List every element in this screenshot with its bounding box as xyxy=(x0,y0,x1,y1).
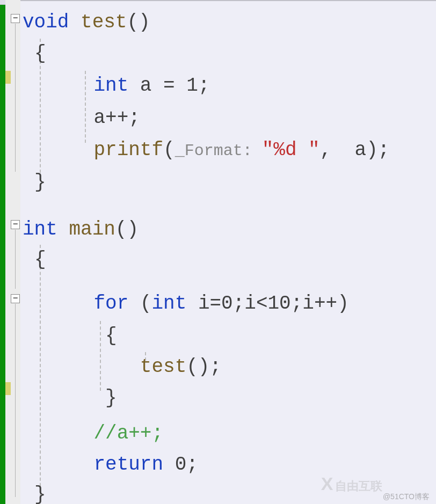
fold-guide xyxy=(15,230,16,289)
code-line: test(); xyxy=(47,352,436,382)
code-line: printf(_Format: "%d ", a); xyxy=(47,135,436,166)
string-literal: "%d " xyxy=(262,139,320,161)
code-area[interactable]: void test() { int a = 1; a++; printf(_Fo… xyxy=(20,0,436,504)
keyword-int: int xyxy=(23,218,57,240)
fold-toggle[interactable]: − xyxy=(11,14,20,23)
code-line: int a = 1; xyxy=(47,71,436,101)
fold-toggle[interactable]: − xyxy=(11,294,20,303)
keyword-void: void xyxy=(23,11,69,33)
code-line: } xyxy=(34,167,436,198)
keyword-int: int xyxy=(151,293,186,315)
code-line: { xyxy=(47,321,436,351)
marker-column xyxy=(5,0,11,504)
fold-guide xyxy=(15,24,16,172)
code-line: { xyxy=(34,245,436,275)
func-main: main xyxy=(69,218,115,240)
watermark-logo: X 自由互联 xyxy=(321,473,382,494)
line-marker xyxy=(5,382,11,395)
comment: //a++; xyxy=(93,422,163,444)
func-printf: printf xyxy=(93,139,163,161)
code-line: { xyxy=(34,39,436,69)
fold-toggle[interactable]: − xyxy=(11,220,20,229)
code-line: //a++; xyxy=(47,419,436,449)
code-line: int main() xyxy=(23,215,436,245)
keyword-return: return xyxy=(93,454,163,476)
keyword-for: for xyxy=(93,293,128,315)
change-bar xyxy=(0,0,5,504)
func-call-test: test xyxy=(140,356,186,378)
code-line: } xyxy=(47,383,436,413)
line-marker xyxy=(5,71,11,84)
code-line: a++; xyxy=(47,103,436,133)
code-editor: − − − void test() { int a = 1; a++; prin… xyxy=(0,0,436,504)
param-hint: _Format: xyxy=(175,142,262,160)
watermark-text: @51CTO博客 xyxy=(383,492,430,502)
code-line: for (int i=0;i<10;i++) xyxy=(47,289,436,319)
fold-column: − − − xyxy=(11,0,20,504)
code-line: void test() xyxy=(23,8,436,38)
fold-guide xyxy=(15,304,16,497)
indent-guide xyxy=(40,245,41,497)
keyword-int: int xyxy=(93,75,128,97)
func-test: test xyxy=(81,11,127,33)
